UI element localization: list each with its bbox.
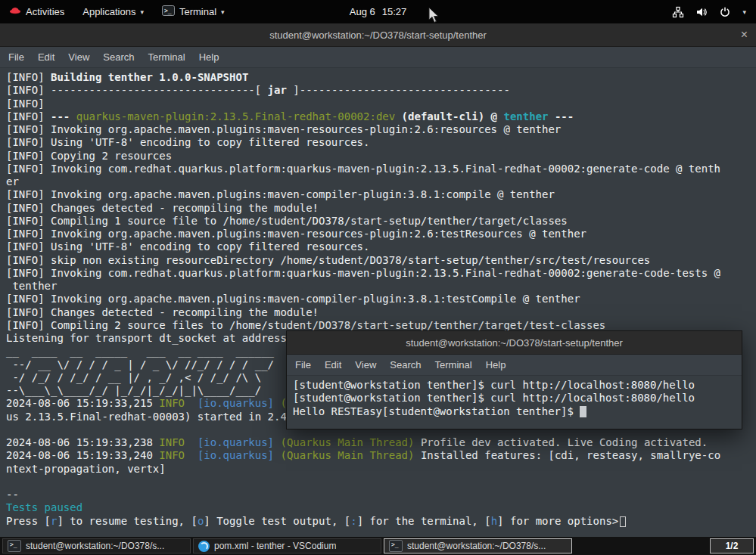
text-segment: jar [268,84,287,96]
menu-item-help[interactable]: Help [479,359,513,371]
window1-terminal-output[interactable]: [INFO] Building tenther 1.0.0-SNAPSHOT[I… [0,68,756,528]
desktop: Activities Applications >_ Terminal Aug … [0,0,756,555]
text-segment: Profile dev activated. Live Coding activ… [414,436,708,448]
menu-item-file[interactable]: File [288,359,318,371]
taskbar-button-label: pom.xml - tenther - VSCodium [214,541,336,551]
terminal-line: [INFO] Invoking org.apache.maven.plugins… [6,123,756,136]
clock-time: 15:27 [382,6,407,17]
text-segment: (default-cli) [402,110,485,122]
text-segment [395,110,401,122]
terminal-line: [INFO] Changes detected - recompiling th… [6,202,756,215]
terminal-app-menu[interactable]: >_ Terminal [162,0,225,23]
volume-icon[interactable] [695,6,708,18]
vscodium-icon [198,541,210,552]
terminal-line: [INFO] Using 'UTF-8' encoding to copy fi… [6,240,756,253]
activities-button[interactable]: Activities [9,0,64,23]
menu-item-view[interactable]: View [348,359,383,371]
menu-item-file[interactable]: File [2,51,31,63]
network-topology-icon[interactable] [672,6,684,18]
text-segment: [INFO] Using 'UTF-8' encoding to copy fi… [6,240,369,253]
terminal-line: [INFO] Invoking org.apache.maven.plugins… [6,228,756,240]
text-segment: [io.quarkus] [198,397,274,409]
taskbar-button-3[interactable]: student@workstation:~/DO378/s... [384,538,572,553]
cursor-hollow [620,516,626,527]
clock-date: Aug 6 [350,6,375,17]
text-segment: [io.quarkus] [198,436,274,448]
menu-item-edit[interactable]: Edit [318,359,348,371]
window2-title: student@workstation:~/DO378/start-setup/… [406,337,623,349]
applications-menu[interactable]: Applications [82,0,144,23]
text-segment: [INFO] Invoking com.redhat.quarkus.platf… [6,267,720,279]
clock[interactable]: Aug 6 15:27 [350,6,407,17]
chevron-down-icon [140,6,144,17]
terminal-icon: >_ [162,5,175,18]
terminal-window-secondary: student@workstation:~/DO378/start-setup/… [286,330,742,429]
terminal-icon [389,540,403,552]
menu-item-help[interactable]: Help [192,51,226,63]
terminal-line: [INFO] Invoking org.apache.maven.plugins… [6,188,756,201]
workspace-indicator[interactable]: 1/2 [710,538,754,553]
text-segment: @ [484,110,503,122]
text-segment: Building tenther 1.0.0-SNAPSHOT [51,71,248,83]
window1-titlebar[interactable]: student@workstation:~/DO378/start-setup/… [0,23,756,47]
menu-item-view[interactable]: View [61,51,96,63]
text-segment: [student@workstation tenther]$ curl http… [293,392,695,404]
terminal-line: [INFO] [6,98,756,110]
text-segment: [INFO] Invoking org.apache.maven.plugins… [6,123,561,135]
menu-item-search[interactable]: Search [383,359,428,371]
terminal-line: [INFO] Invoking org.apache.maven.plugins… [6,293,756,305]
text-segment: -/ /_/ / /_/ / __ |/ , _/ ,< / /_/ /\ \ [6,371,280,383]
menu-item-terminal[interactable]: Terminal [142,51,192,63]
terminal-line: er [6,175,756,188]
menu-item-search[interactable]: Search [96,51,141,63]
text-segment: : [350,515,356,527]
text-segment: ntext-propagation, vertx] [6,463,166,475]
text-segment: (Quarkus Main Thread) [280,436,414,448]
terminal-line: ntext-propagation, vertx] [6,463,756,476]
taskbar-button-1[interactable]: student@workstation:~/DO378/s... [2,538,191,553]
taskbar-button-2[interactable]: pom.xml - tenther - VSCodium [193,538,381,553]
terminal-line: [student@workstation tenther]$ curl http… [293,392,742,405]
window2-terminal-output[interactable]: [student@workstation tenther]$ curl http… [287,376,742,418]
text-segment: [INFO] Changes detected - recompiling th… [6,306,319,318]
text-segment: INFO [159,436,185,448]
text-segment: er [6,175,19,188]
menu-item-edit[interactable]: Edit [31,51,61,63]
terminal-line: [INFO] Using 'UTF-8' encoding to copy fi… [6,136,756,149]
terminal-line: 2024-08-06 15:19:33,240 INFO [io.quarkus… [6,449,756,462]
close-icon[interactable]: × [741,23,748,45]
taskbar: student@workstation:~/DO378/s...pom.xml … [0,537,756,555]
top-bar-left: Activities Applications >_ Terminal [0,0,225,23]
power-icon[interactable] [719,6,731,18]
text-segment: (Quarkus Main Thread) [280,449,414,461]
chevron-down-icon[interactable] [742,6,746,17]
text-segment: ]--------------------------------- [287,84,510,96]
text-segment: --- [51,110,76,122]
text-segment [185,449,198,461]
terminal-line [6,476,756,488]
terminal-line: [INFO] Compiling 1 source file to /home/… [6,215,756,228]
text-segment: [INFO] [6,84,51,96]
text-segment: ] for the terminal, [ [357,515,491,527]
text-segment: [INFO] Changes detected - recompiling th… [6,202,319,214]
menu-item-terminal[interactable]: Terminal [428,359,479,371]
text-segment: [INFO] [6,71,51,83]
text-segment: Hello RESTEasy[student@workstation tenth… [293,405,580,417]
terminal-line: [INFO] --- quarkus-maven-plugin:2.13.5.F… [6,110,756,123]
activities-label: Activities [26,6,64,17]
text-segment: [INFO] [6,98,45,110]
terminal-line: [INFO] Invoking com.redhat.quarkus.platf… [6,163,756,175]
terminal-menu-label: Terminal [179,6,216,17]
window2-titlebar[interactable]: student@workstation:~/DO378/start-setup/… [287,331,742,355]
window1-menubar: FileEditViewSearchTerminalHelp [0,47,756,68]
text-segment: 2024-08-06 15:19:33,215 [6,397,159,409]
terminal-line: -- [6,488,756,501]
text-segment: 2024-08-06 15:19:33,238 [6,436,159,448]
window2-menubar: FileEditViewSearchTerminalHelp [287,355,742,376]
text-segment: INFO [159,449,185,461]
terminal-window-main: student@workstation:~/DO378/start-setup/… [0,23,756,537]
text-segment: Listening for transport dt_socket at add… [6,332,325,344]
applications-label: Applications [82,6,135,17]
text-segment [185,397,198,409]
cursor-block [580,406,586,417]
